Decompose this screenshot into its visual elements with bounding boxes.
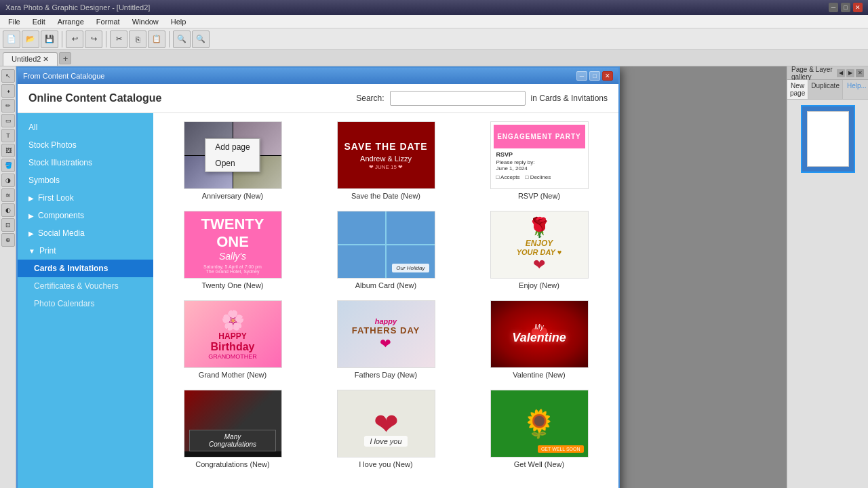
- tab-add-button[interactable]: +: [59, 52, 71, 64]
- close-button[interactable]: ✕: [853, 3, 863, 12]
- context-open[interactable]: Open: [205, 155, 259, 171]
- menu-window[interactable]: Window: [127, 16, 164, 27]
- tool-photo[interactable]: 🖼: [1, 144, 15, 157]
- tab-untitled2[interactable]: Untitled2 ✕: [3, 52, 58, 66]
- tool-undo[interactable]: ↩: [66, 30, 83, 48]
- label-twentyone: Twenty One (New): [201, 281, 263, 289]
- grid-item-album[interactable]: Our Holiday Album Card (New): [315, 211, 457, 289]
- right-panel-close[interactable]: ✕: [856, 69, 864, 77]
- grid-item-anniversary[interactable]: Add page Open Anniversary (New): [161, 121, 304, 200]
- tool-text[interactable]: T: [1, 129, 15, 142]
- sidebar-item-stock-photos[interactable]: Stock Photos: [18, 136, 153, 154]
- tool-save[interactable]: 💾: [41, 30, 58, 48]
- window-controls: ─ □ ✕: [829, 3, 863, 12]
- label-valentine: Valentine (New): [513, 371, 565, 379]
- right-panel-collapse-right[interactable]: ▶: [846, 69, 854, 77]
- grid-item-getwell[interactable]: 🌻 GET WELL SOON Get Well (New): [468, 390, 610, 468]
- minimize-button[interactable]: ─: [829, 3, 838, 12]
- label-fathers: Fathers Day (New): [355, 371, 417, 379]
- sidebar-item-stock-illustrations[interactable]: Stock Illustrations: [18, 154, 153, 171]
- thumb-savedate: SAVE THE DATE Andrew & Lizzy ❤ JUNE 15 ❤: [337, 121, 435, 189]
- tool-select[interactable]: ↖: [1, 69, 15, 83]
- sidebar-item-all[interactable]: All: [18, 119, 153, 136]
- left-tools-panel: ↖ ⬧ ✏ ▭ T 🖼 🪣 ◑ ≋ ◐ ⊡ ⊕: [0, 66, 16, 488]
- tool-shape[interactable]: ▭: [1, 114, 15, 127]
- sidebar-photo-calendars-label: Photo Calendars: [34, 299, 94, 308]
- catalogue-maximize[interactable]: □: [589, 71, 600, 81]
- sidebar-certificates-label: Certificates & Vouchers: [34, 281, 119, 291]
- tool-zoom-out[interactable]: 🔍: [192, 30, 210, 48]
- tool-gradient[interactable]: ◑: [1, 174, 15, 187]
- catalogue-window-controls: ─ □ ✕: [576, 71, 613, 81]
- grid-item-twentyone[interactable]: TWENTY ONE Sally's Saturday, 5 April at …: [161, 211, 304, 289]
- thumb-fathers: happy Fathers Day ❤: [337, 300, 435, 368]
- sidebar-item-print[interactable]: ▼ Print: [18, 242, 153, 260]
- page-thumbnail-1[interactable]: [801, 105, 855, 173]
- right-panel-tab-duplicate[interactable]: Duplicate: [808, 80, 843, 99]
- components-chevron: ▶: [28, 212, 34, 220]
- sidebar-social-media-label: Social Media: [38, 228, 85, 238]
- right-panel-header: Page & Layer gallery ◀ ▶ ✕: [787, 66, 868, 80]
- grid-item-congrats[interactable]: ManyCongratulations Congratulations (New…: [161, 390, 304, 468]
- tool-paste[interactable]: 📋: [148, 30, 165, 48]
- tool-shadow[interactable]: ◐: [1, 203, 15, 217]
- grid-item-savedate[interactable]: SAVE THE DATE Andrew & Lizzy ❤ JUNE 15 ❤…: [315, 121, 457, 200]
- sidebar-item-first-look[interactable]: ▶ First Look: [18, 189, 153, 207]
- tool-cut[interactable]: ✂: [110, 30, 127, 48]
- sidebar-item-certificates[interactable]: Certificates & Vouchers: [18, 277, 153, 295]
- menu-edit[interactable]: Edit: [27, 16, 51, 27]
- label-anniversary: Anniversary (New): [202, 192, 263, 200]
- grid-item-valentine[interactable]: ❤ My Valentine Valentine (New): [468, 300, 610, 379]
- search-input[interactable]: [390, 91, 526, 106]
- sidebar-item-components[interactable]: ▶ Components: [18, 207, 153, 224]
- thumb-enjoy: 🌹 ENJOY YOUR DAY ♥ ❤: [490, 211, 589, 279]
- title-bar: Xara Photo & Graphic Designer - [Untitle…: [0, 0, 868, 15]
- catalogue-sidebar: All Stock Photos Stock Illustrations Sym…: [18, 113, 153, 488]
- thumb-birthday: 🌸 HAPPY Birthday GRANDMOTHER: [184, 300, 282, 368]
- tool-zoom[interactable]: ⊕: [1, 233, 15, 247]
- context-add-page[interactable]: Add page: [205, 139, 259, 155]
- menu-help[interactable]: Help: [165, 16, 192, 27]
- grid-item-enjoy[interactable]: 🌹 ENJOY YOUR DAY ♥ ❤ Enjoy (New): [468, 211, 610, 289]
- grid-item-birthday[interactable]: 🌸 HAPPY Birthday GRANDMOTHER Grand Mothe…: [161, 300, 304, 379]
- menu-file[interactable]: File: [3, 16, 26, 27]
- tool-crop[interactable]: ⊡: [1, 218, 15, 232]
- thumb-valentine: ❤ My Valentine: [490, 300, 589, 368]
- menu-bar: File Edit Arrange Format Window Help: [0, 15, 868, 28]
- right-panel-help[interactable]: Help...: [843, 80, 868, 99]
- page-inner-content: [807, 111, 849, 167]
- sidebar-all-label: All: [28, 123, 37, 132]
- grid-item-iloveyou[interactable]: ❤ I love you I love you (New): [315, 390, 457, 468]
- catalogue-minimize[interactable]: ─: [576, 71, 587, 81]
- catalogue-close[interactable]: ✕: [602, 71, 613, 81]
- tool-new[interactable]: 📄: [3, 30, 20, 48]
- tool-freehand[interactable]: ✏: [1, 99, 15, 113]
- maximize-button[interactable]: □: [841, 3, 850, 12]
- sidebar-item-social-media[interactable]: ▶ Social Media: [18, 224, 153, 242]
- grid-item-rsvp[interactable]: ENGAGEMENT PARTY RSVP Please reply by: J…: [468, 121, 610, 200]
- tool-zoom-in[interactable]: 🔍: [173, 30, 191, 48]
- right-panel-collapse-left[interactable]: ◀: [837, 69, 845, 77]
- sidebar-cards-invitations-label: Cards & Invitations: [34, 264, 108, 273]
- menu-format[interactable]: Format: [91, 16, 125, 27]
- search-area: Search: in Cards & Invitations: [356, 91, 608, 106]
- tool-fill[interactable]: 🪣: [1, 159, 15, 172]
- canvas-area[interactable]: From Content Catalogue ─ □ ✕ Online Cont…: [16, 66, 787, 488]
- thumb-twentyone: TWENTY ONE Sally's Saturday, 5 April at …: [184, 211, 282, 279]
- thumb-album: Our Holiday: [337, 211, 435, 279]
- tool-open[interactable]: 📂: [22, 30, 39, 48]
- menu-arrange[interactable]: Arrange: [52, 16, 90, 27]
- sidebar-item-cards-invitations[interactable]: Cards & Invitations: [18, 260, 153, 277]
- tool-blend[interactable]: ≋: [1, 188, 15, 202]
- social-media-chevron: ▶: [28, 230, 34, 237]
- label-enjoy: Enjoy (New): [519, 281, 559, 289]
- tool-copy[interactable]: ⎘: [129, 30, 146, 48]
- tool-node[interactable]: ⬧: [1, 84, 15, 98]
- grid-item-fathers[interactable]: happy Fathers Day ❤ Fathers Day (New): [315, 300, 457, 379]
- first-look-chevron: ▶: [28, 195, 34, 202]
- tool-redo[interactable]: ↪: [85, 30, 102, 48]
- sidebar-item-photo-calendars[interactable]: Photo Calendars: [18, 295, 153, 312]
- sidebar-item-symbols[interactable]: Symbols: [18, 171, 153, 189]
- right-panel-tab-new-page[interactable]: New page: [787, 80, 808, 99]
- tab-bar: Untitled2 ✕ +: [0, 50, 868, 66]
